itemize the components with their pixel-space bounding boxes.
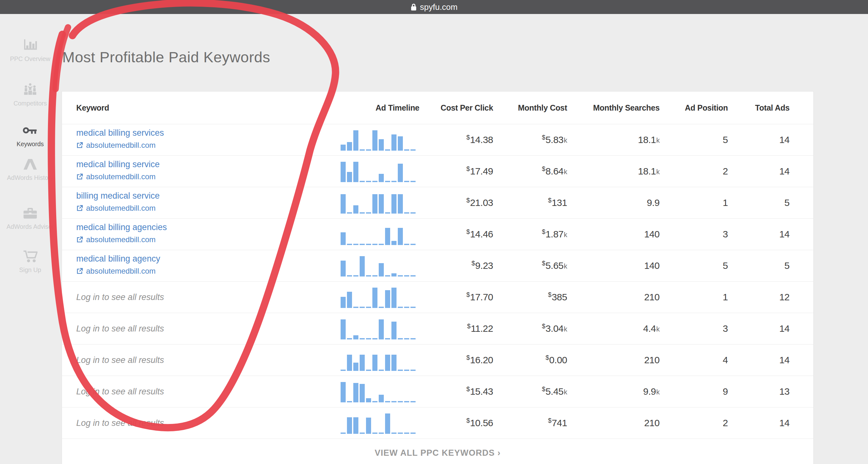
cost-per-click-value: $10.56 bbox=[407, 407, 493, 439]
table-row: medical billing servicesabsolutemedbill.… bbox=[62, 124, 813, 155]
timeline-bar bbox=[392, 288, 397, 308]
timeline-bar bbox=[341, 433, 346, 434]
keyword-link[interactable]: medical billing agencies bbox=[76, 222, 167, 232]
login-prompt-text[interactable]: Log in to see all results bbox=[76, 292, 164, 302]
sidebar-item-adwords-history[interactable]: AdWords History bbox=[0, 158, 60, 182]
login-prompt-text[interactable]: Log in to see all results bbox=[76, 355, 164, 365]
sidebar-item-adwords-advisor[interactable]: AdWords Advisor bbox=[0, 207, 60, 230]
table-row: Log in to see all results$15.43$5.45k9.9… bbox=[62, 376, 813, 407]
keywords-table-card: Keyword Ad Timeline Cost Per Click Month… bbox=[62, 92, 813, 464]
sidebar-item-ppc-overview[interactable]: PPC Overview bbox=[0, 39, 60, 63]
sidebar-item-label: Keywords bbox=[0, 140, 60, 148]
cost-per-click-value: $17.49 bbox=[407, 156, 493, 187]
ad-timeline-chart bbox=[341, 193, 415, 214]
timeline-bar bbox=[379, 319, 384, 339]
domain-link[interactable]: absolutemedbill.com bbox=[86, 141, 156, 150]
lock-icon bbox=[410, 3, 417, 11]
timeline-bar bbox=[360, 212, 365, 214]
monthly-cost-value: $5.83k bbox=[483, 124, 567, 155]
monthly-cost-value: $5.45k bbox=[483, 376, 567, 407]
column-header-monthly-searches: Monthly Searches bbox=[575, 92, 659, 124]
keyword-cell: medical billing agenciesabsolutemedbill.… bbox=[76, 222, 167, 244]
external-link-icon bbox=[76, 142, 83, 149]
bar-chart-icon bbox=[23, 48, 37, 53]
table-row: Log in to see all results$16.20$0.002104… bbox=[62, 344, 813, 376]
timeline-bar bbox=[379, 174, 384, 182]
timeline-bar bbox=[353, 162, 359, 182]
table-row: medical billing agenciesabsolutemedbill.… bbox=[62, 218, 813, 250]
ad-timeline-chart bbox=[341, 382, 415, 402]
browser-address[interactable]: spyfu.com bbox=[410, 2, 458, 12]
timeline-bar bbox=[360, 307, 365, 308]
cost-per-click-value: $11.22 bbox=[407, 313, 493, 344]
timeline-bar bbox=[366, 275, 371, 277]
timeline-bar bbox=[353, 307, 359, 308]
domain-link[interactable]: absolutemedbill.com bbox=[86, 267, 156, 276]
ad-timeline-chart bbox=[341, 288, 415, 308]
cost-per-click-value: $14.38 bbox=[407, 124, 493, 155]
keyword-link[interactable]: medical billing services bbox=[76, 128, 164, 138]
timeline-bar bbox=[341, 297, 346, 308]
podium-icon bbox=[23, 92, 37, 98]
view-all-ppc-keywords-link[interactable]: VIEW ALL PPC KEYWORDS › bbox=[375, 448, 501, 458]
domain-link[interactable]: absolutemedbill.com bbox=[86, 235, 156, 244]
timeline-bar bbox=[353, 417, 359, 434]
keyword-link[interactable]: medical billing service bbox=[76, 159, 160, 169]
timeline-bar bbox=[372, 181, 377, 182]
sidebar-item-label: AdWords Advisor bbox=[0, 223, 60, 230]
sidebar-item-competitors[interactable]: Competitors bbox=[0, 83, 60, 107]
timeline-bar bbox=[379, 139, 384, 151]
monthly-searches-value: 18.1k bbox=[575, 124, 659, 155]
column-header-keyword: Keyword bbox=[76, 92, 235, 124]
timeline-bar bbox=[392, 134, 397, 151]
keyword-link[interactable]: billing medical service bbox=[76, 191, 160, 201]
ad-timeline-chart bbox=[341, 225, 415, 245]
monthly-searches-value: 140 bbox=[575, 250, 659, 281]
timeline-bar bbox=[398, 275, 403, 277]
timeline-bar bbox=[360, 384, 365, 402]
timeline-bar bbox=[392, 401, 397, 402]
timeline-bar bbox=[341, 145, 346, 151]
timeline-bar bbox=[372, 244, 377, 245]
domain-line: absolutemedbill.com bbox=[76, 267, 160, 276]
ad-position-value: 3 bbox=[659, 219, 728, 250]
cost-per-click-value: $21.03 bbox=[407, 187, 493, 218]
sidebar-item-sign-up[interactable]: Sign Up bbox=[0, 250, 60, 274]
timeline-bar bbox=[398, 307, 403, 308]
ad-position-value: 4 bbox=[659, 344, 728, 376]
ad-timeline-chart bbox=[341, 319, 415, 339]
timeline-bar bbox=[366, 212, 371, 214]
timeline-bar bbox=[360, 244, 365, 245]
ad-timeline-chart bbox=[341, 413, 415, 434]
column-header-total-ads: Total Ads bbox=[729, 92, 789, 124]
keyword-cell: medical billing servicesabsolutemedbill.… bbox=[76, 128, 164, 150]
monthly-searches-value: 210 bbox=[575, 282, 659, 313]
sidebar-item-label: AdWords History bbox=[0, 174, 60, 182]
keyword-cell: Log in to see all results bbox=[76, 344, 164, 376]
ad-timeline-chart bbox=[341, 162, 415, 182]
keyword-cell: Log in to see all results bbox=[76, 313, 164, 344]
timeline-bar bbox=[385, 212, 390, 214]
timeline-bar bbox=[341, 319, 346, 339]
table-row: Log in to see all results$10.56$74121021… bbox=[62, 407, 813, 439]
timeline-bar bbox=[353, 363, 359, 371]
sidebar-item-keywords[interactable]: Keywords bbox=[0, 124, 60, 148]
total-ads-value: 5 bbox=[729, 250, 789, 281]
ad-position-value: 1 bbox=[659, 282, 728, 313]
login-prompt-text[interactable]: Log in to see all results bbox=[76, 418, 164, 428]
domain-link[interactable]: absolutemedbill.com bbox=[86, 204, 156, 213]
monthly-searches-value: 140 bbox=[575, 219, 659, 250]
timeline-bar bbox=[385, 338, 390, 339]
timeline-bar bbox=[347, 275, 352, 277]
monthly-cost-value: $0.00 bbox=[483, 344, 567, 376]
timeline-bar bbox=[366, 181, 371, 182]
domain-link[interactable]: absolutemedbill.com bbox=[86, 172, 156, 181]
external-link-icon bbox=[76, 173, 83, 180]
keyword-link[interactable]: medical billing agency bbox=[76, 254, 160, 264]
timeline-bar bbox=[398, 194, 403, 214]
timeline-bar bbox=[372, 194, 377, 214]
login-prompt-text[interactable]: Log in to see all results bbox=[76, 324, 164, 334]
keyword-cell: Log in to see all results bbox=[76, 407, 164, 439]
ad-position-value: 5 bbox=[659, 124, 728, 155]
login-prompt-text[interactable]: Log in to see all results bbox=[76, 387, 164, 397]
